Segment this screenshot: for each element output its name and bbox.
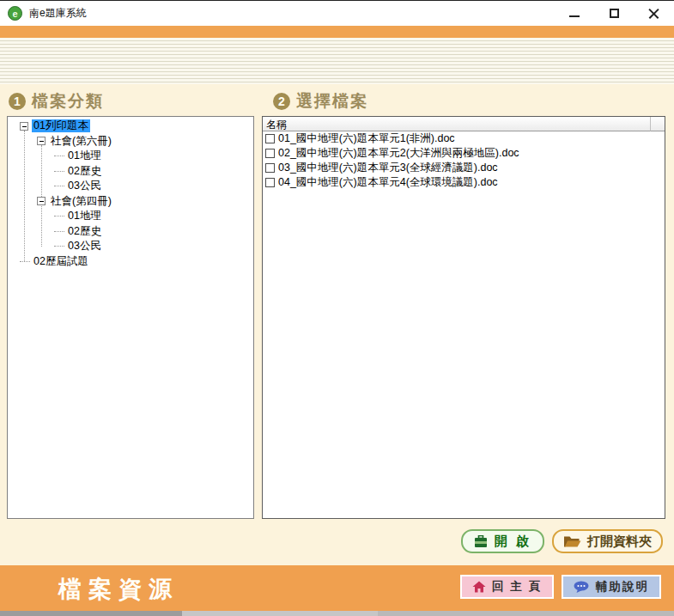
tree-item-label: 03公民 [66,240,103,253]
tree-item-label: 02歷史 [66,165,103,178]
tree-connector [54,156,64,156]
file-checkbox[interactable] [265,163,275,173]
file-list-body: 01_國中地理(六)題本單元1(非洲).doc02_國中地理(六)題本單元2(大… [263,131,665,190]
open-file-icon [474,535,488,548]
left-section-title: 檔案分類 [32,90,104,113]
file-row[interactable]: 01_國中地理(六)題本單元1(非洲).doc [263,131,665,146]
help-button-label: 輔助說明 [596,579,649,595]
tree-connector [54,186,64,186]
maximize-button[interactable] [605,5,622,22]
tree-connector [54,171,64,172]
file-name-label: 04_國中地理(六)題本單元4(全球環境議題).doc [278,175,498,190]
file-name-label: 02_國中地理(六)題本單元2(大洋洲與兩極地區).doc [278,146,519,161]
tree-collapse-icon[interactable] [20,122,28,131]
tree-connector [20,261,30,262]
title-bar[interactable]: e 南e題庫系統 [0,1,674,26]
file-checkbox[interactable] [265,134,275,143]
page-title: 檔案資源 [58,574,179,605]
tree-item-label: 社會(第四冊) [49,195,113,208]
tree-item[interactable]: 02歷史 [8,224,253,240]
tree-item[interactable]: 01列印題本 [8,119,253,134]
tree-collapse-icon[interactable] [37,197,46,205]
tree-item-label: 02歷屆試題 [32,255,90,268]
tree-collapse-icon[interactable] [37,137,46,145]
tree-item-label: 03公民 [66,180,103,192]
tree-item[interactable]: 社會(第六冊) [8,134,253,149]
tree-connector [54,216,64,217]
open-button-label: 開 啟 [495,534,531,550]
file-list: 名稱 01_國中地理(六)題本單元1(非洲).doc02_國中地理(六)題本單元… [262,116,665,519]
tree-item-label: 社會(第六冊) [49,135,113,148]
action-button-row: 開 啟 打開資料夾 [461,529,663,553]
home-icon [472,581,486,593]
file-name-label: 01_國中地理(六)題本單元1(非洲).doc [278,131,455,146]
close-icon [648,8,659,19]
app-icon: e [8,6,22,21]
accent-bar [0,26,674,38]
tree-item[interactable]: 02歷史 [8,164,253,180]
tree-connector [54,246,64,247]
file-tree: 01列印題本社會(第六冊)01地理02歷史03公民社會(第四冊)01地理02歷史… [7,116,254,519]
file-checkbox[interactable] [265,178,275,187]
tree-item-label: 01地理 [66,149,103,162]
footer-button-row: 回 主 頁 輔助說明 [460,575,661,599]
right-section-header: 2 選擇檔案 [273,90,368,113]
window-title: 南e題庫系統 [29,6,87,21]
tree-item[interactable]: 03公民 [8,179,253,194]
right-section-title: 選擇檔案 [296,90,368,113]
list-header-row: 名稱 [263,117,665,131]
tree-item-label: 02歷史 [66,225,103,238]
close-button[interactable] [645,5,662,22]
step-1-badge: 1 [9,93,26,110]
file-row[interactable]: 03_國中地理(六)題本單元3(全球經濟議題).doc [263,161,665,175]
open-folder-button[interactable]: 打開資料夾 [552,529,663,553]
home-button-label: 回 主 頁 [492,579,542,595]
open-button[interactable]: 開 啟 [461,529,544,553]
file-checkbox[interactable] [265,149,275,158]
file-name-label: 03_國中地理(六)題本單元3(全球經濟議題).doc [278,161,498,175]
app-window: e 南e題庫系統 1 檔案分類 2 選擇檔案 01列印題本社會(第六冊)01地理… [0,0,674,616]
tree-item[interactable]: 02歷屆試題 [8,254,253,270]
maximize-icon [610,9,619,18]
tree-item-label: 01地理 [66,210,103,223]
minimize-button[interactable] [566,5,583,22]
footer-bar: 檔案資源 回 主 頁 [0,565,674,611]
file-row[interactable]: 02_國中地理(六)題本單元2(大洋洲與兩極地區).doc [263,146,665,161]
bottom-edge [0,611,674,616]
left-section-header: 1 檔案分類 [9,90,104,113]
striped-band [0,38,674,84]
column-header-name[interactable]: 名稱 [263,117,651,131]
step-2-badge: 2 [273,93,290,110]
tree-item[interactable]: 社會(第四冊) [8,194,253,210]
tree-item[interactable]: 01地理 [8,209,253,224]
minimize-icon [569,15,580,17]
column-header-stub [651,117,665,131]
tree-item-label: 01列印題本 [32,119,90,132]
tree-item[interactable]: 03公民 [8,239,253,254]
main-area: 1 檔案分類 2 選擇檔案 01列印題本社會(第六冊)01地理02歷史03公民社… [0,84,674,565]
tree-connector [54,231,64,232]
file-row[interactable]: 04_國中地理(六)題本單元4(全球環境議題).doc [263,175,665,190]
help-button[interactable]: 輔助說明 [562,575,661,599]
home-button[interactable]: 回 主 頁 [460,575,554,599]
open-folder-icon [563,535,581,548]
speech-bubble-icon [574,581,590,594]
tree-item[interactable]: 01地理 [8,149,253,164]
open-folder-button-label: 打開資料夾 [587,534,652,550]
